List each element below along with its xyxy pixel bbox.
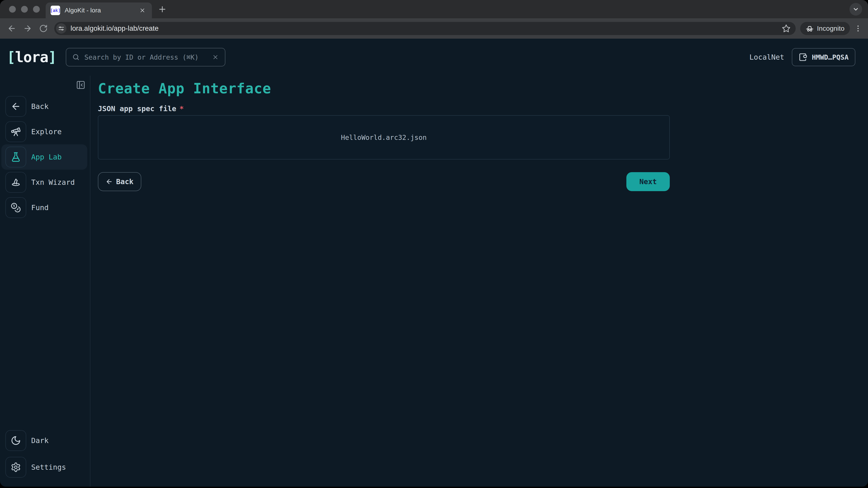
app-body: Back Explore App Lab <box>0 76 868 487</box>
new-tab-button[interactable] <box>156 3 168 15</box>
sidebar-item-label: Explore <box>31 127 62 136</box>
search-input[interactable]: Search by ID or Address (⌘K) <box>66 48 225 66</box>
bookmark-star-icon[interactable] <box>781 24 791 33</box>
url-text[interactable]: lora.algokit.io/app-lab/create <box>70 24 781 33</box>
wizard-hat-icon <box>5 172 26 193</box>
sidebar-item-label: Txn Wizard <box>31 178 75 187</box>
window-controls <box>0 6 46 13</box>
sidebar-item-label: Settings <box>31 463 66 471</box>
app-header: [lora] Search by ID or Address (⌘K) Loca… <box>0 39 868 76</box>
tab-close-icon[interactable] <box>138 6 147 15</box>
back-button[interactable]: Back <box>98 172 141 191</box>
lora-app: [lora] Search by ID or Address (⌘K) Loca… <box>0 39 868 487</box>
lora-logo[interactable]: [lora] <box>7 49 56 66</box>
close-window-button[interactable] <box>9 6 16 13</box>
tab-title: AlgoKit - lora <box>65 7 133 14</box>
sidebar-nav: Back Explore App Lab <box>0 96 90 218</box>
flask-icon <box>5 147 26 167</box>
arrow-left-icon <box>7 24 16 33</box>
search-icon <box>72 53 80 61</box>
gear-icon <box>5 457 26 478</box>
sidebar-item-app-lab[interactable]: App Lab <box>1 144 87 170</box>
minimize-window-button[interactable] <box>21 6 28 13</box>
uploaded-file-name: HelloWorld.arc32.json <box>341 133 427 141</box>
browser-window: [ak] AlgoKit - lora lora.algokit <box>0 0 868 487</box>
tab-search-button[interactable] <box>849 3 862 15</box>
clear-search-icon[interactable] <box>212 54 219 61</box>
network-label[interactable]: LocalNet <box>749 53 784 61</box>
incognito-badge: Incognito <box>800 22 850 35</box>
wallet-icon <box>799 53 808 62</box>
tune-icon <box>58 25 64 32</box>
file-dropzone[interactable]: HelloWorld.arc32.json <box>98 115 670 160</box>
sidebar-spacer <box>0 218 90 424</box>
wallet-address: HMWD…PQSA <box>812 53 848 61</box>
tab-favicon: [ak] <box>51 6 60 15</box>
sidebar-item-txn-wizard[interactable]: Txn Wizard <box>0 172 90 193</box>
coins-icon <box>5 197 26 218</box>
arrow-right-icon <box>23 24 32 33</box>
browser-toolbar: lora.algokit.io/app-lab/create Incognito <box>0 18 868 39</box>
reload-button[interactable] <box>37 22 50 35</box>
sidebar-item-label: Fund <box>31 203 49 212</box>
sidebar-item-theme-dark[interactable]: Dark <box>0 430 90 451</box>
reload-icon <box>39 24 48 33</box>
incognito-icon <box>806 24 814 33</box>
address-bar[interactable]: lora.algokit.io/app-lab/create <box>54 22 796 35</box>
chevron-down-icon <box>852 6 859 13</box>
sidebar: Back Explore App Lab <box>0 76 90 487</box>
site-settings-button[interactable] <box>56 23 66 34</box>
browser-tab[interactable]: [ak] AlgoKit - lora <box>46 2 152 18</box>
browser-menu-button[interactable] <box>854 22 863 35</box>
collapse-sidebar-button[interactable] <box>75 80 86 90</box>
field-label: JSON app spec file* <box>98 104 868 113</box>
moon-icon <box>5 430 26 451</box>
tab-strip: [ak] AlgoKit - lora <box>0 0 868 18</box>
sidebar-item-label: Dark <box>31 436 49 445</box>
zoom-window-button[interactable] <box>33 6 40 13</box>
sidebar-item-fund[interactable]: Fund <box>0 197 90 218</box>
next-button[interactable]: Next <box>626 172 670 191</box>
sidebar-item-back[interactable]: Back <box>0 96 90 117</box>
sidebar-item-label: Back <box>31 102 49 111</box>
page-title: Create App Interface <box>98 80 868 97</box>
main-content: Create App Interface JSON app spec file*… <box>90 76 868 487</box>
search-placeholder: Search by ID or Address (⌘K) <box>84 53 212 61</box>
required-marker: * <box>180 104 184 113</box>
more-vertical-icon <box>854 24 862 33</box>
wallet-button[interactable]: HMWD…PQSA <box>792 48 855 66</box>
arrow-left-icon <box>5 96 26 117</box>
sidebar-item-label: App Lab <box>31 153 62 161</box>
form-actions: Back Next <box>98 172 670 191</box>
sidebar-item-explore[interactable]: Explore <box>0 121 90 142</box>
incognito-label: Incognito <box>817 25 844 32</box>
sidebar-footer: Dark Settings <box>0 430 90 478</box>
forward-nav-button[interactable] <box>21 22 34 35</box>
telescope-icon <box>5 121 26 142</box>
sidebar-item-settings[interactable]: Settings <box>0 457 90 478</box>
arrow-left-icon <box>105 178 113 185</box>
panel-collapse-icon <box>76 80 86 90</box>
back-nav-button[interactable] <box>5 22 18 35</box>
